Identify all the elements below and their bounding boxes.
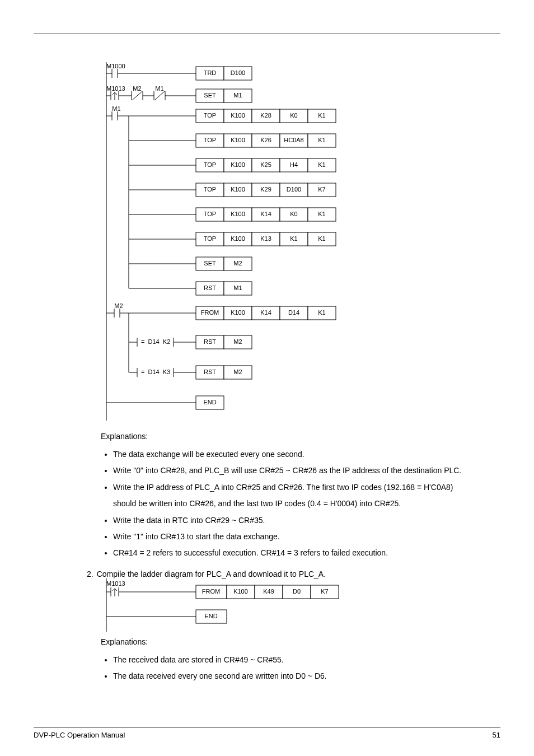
svg-text:END: END: [203, 399, 216, 405]
svg-text:SET: SET: [204, 260, 216, 267]
svg-text:TOP: TOP: [204, 235, 216, 242]
svg-text:RST: RST: [204, 284, 216, 291]
step-2: 2. Compile the ladder diagram for PLC_A …: [87, 570, 467, 578]
bullet-item: The data received every one second are w…: [113, 668, 467, 684]
svg-text:END: END: [204, 613, 217, 619]
svg-text:K1: K1: [318, 137, 325, 143]
svg-text:K49: K49: [263, 588, 274, 595]
svg-text:M1: M1: [233, 92, 242, 99]
svg-text:M1: M1: [155, 85, 163, 92]
svg-text:TOP: TOP: [204, 112, 216, 119]
ladder-diagram-1: M1000 TRD D100 M1013 M2 M1: [101, 62, 500, 421]
svg-text:TOP: TOP: [204, 211, 216, 217]
ladder-row-1: TOP K100 K26 HC0A8 K1: [129, 134, 336, 147]
svg-text:K0: K0: [290, 211, 297, 217]
top-divider: [34, 34, 500, 34]
svg-text:K0: K0: [290, 112, 297, 119]
svg-text:K13: K13: [260, 235, 271, 242]
svg-text:RST: RST: [204, 338, 216, 345]
svg-text:SET: SET: [204, 92, 216, 99]
svg-text:M2: M2: [133, 85, 141, 92]
svg-text:D100: D100: [231, 69, 245, 76]
ladder-row-0: TOP K100 K28 K0 K1: [196, 109, 336, 123]
explanations-2: Explanations: The received data are stor…: [101, 637, 467, 685]
ladder-diagram-2: M1013 FROM K100 K49 D0 K7 END: [101, 578, 500, 632]
svg-text:K100: K100: [233, 588, 248, 595]
ladder-row-2: TOP K100 K25 H4 K1: [129, 158, 336, 172]
svg-text:K28: K28: [260, 112, 271, 119]
page-footer: DVP-PLC Operation Manual 51: [34, 727, 500, 739]
explanations-1: Explanations: The data exchange will be …: [101, 432, 467, 562]
svg-text:K100: K100: [231, 186, 245, 193]
svg-text:M2: M2: [233, 368, 242, 375]
bullet-item: Write the data in RTC into CR#29 ~ CR#35…: [113, 512, 467, 529]
ladder-row-5: TOP K100 K13 K1 K1: [129, 232, 336, 246]
svg-text:TOP: TOP: [204, 186, 216, 193]
svg-text:M1013: M1013: [106, 580, 125, 587]
svg-text:K7: K7: [318, 186, 325, 193]
svg-text:K100: K100: [231, 235, 245, 242]
svg-text:D100: D100: [287, 186, 301, 193]
svg-text:M1: M1: [233, 284, 242, 291]
svg-line-15: [115, 92, 117, 95]
svg-text:=  D14  K3: = D14 K3: [141, 368, 170, 375]
svg-line-25: [154, 91, 165, 100]
ladder-row-6: SET M2: [129, 257, 252, 270]
svg-text:M2: M2: [233, 338, 242, 345]
step-number: 2.: [87, 570, 93, 578]
svg-text:FROM: FROM: [201, 309, 219, 316]
bullet-item: Write "1" into CR#13 to start the data e…: [113, 529, 467, 545]
svg-line-14: [113, 92, 115, 95]
svg-text:K14: K14: [260, 309, 271, 316]
svg-text:K100: K100: [231, 137, 245, 143]
explanations-heading: Explanations:: [101, 432, 467, 441]
svg-text:HC0A8: HC0A8: [284, 137, 303, 143]
svg-text:K1: K1: [290, 235, 297, 242]
ladder-row-7: RST M1: [129, 282, 252, 295]
svg-text:TRD: TRD: [204, 69, 217, 76]
svg-text:M1013: M1013: [106, 85, 125, 92]
svg-text:K29: K29: [260, 186, 271, 193]
svg-line-155: [113, 589, 115, 591]
bullet-item: The received data are stored in CR#49 ~ …: [113, 652, 467, 668]
svg-text:M1: M1: [112, 105, 120, 112]
svg-text:K100: K100: [231, 161, 245, 168]
svg-text:K1: K1: [318, 211, 325, 217]
svg-text:K1: K1: [318, 161, 325, 168]
svg-text:M2: M2: [114, 302, 123, 309]
svg-text:RST: RST: [204, 368, 216, 375]
svg-text:K1: K1: [318, 235, 325, 242]
svg-text:H4: H4: [290, 161, 298, 168]
svg-text:K1: K1: [318, 112, 325, 119]
svg-text:TOP: TOP: [204, 161, 216, 168]
svg-text:=  D14  K2: = D14 K2: [141, 338, 170, 345]
step-text: Compile the ladder diagram for PLC_A and…: [97, 570, 467, 578]
explanations-heading: Explanations:: [101, 637, 467, 646]
contact-label: M1000: [106, 63, 125, 69]
svg-text:FROM: FROM: [202, 588, 220, 595]
ladder-row-4: TOP K100 K14 K0 K1: [129, 208, 336, 221]
svg-text:K100: K100: [231, 309, 245, 316]
svg-text:D14: D14: [288, 309, 299, 316]
svg-text:K100: K100: [231, 112, 245, 119]
svg-text:K1: K1: [318, 309, 325, 316]
bullet-item: Write the IP address of PLC_A into CR#25…: [113, 479, 467, 512]
page: M1000 TRD D100 M1013 M2 M1: [0, 0, 534, 756]
footer-left: DVP-PLC Operation Manual: [34, 731, 125, 739]
bullet-item: Write "0" into CR#28, and PLC_B will use…: [113, 463, 467, 479]
svg-text:K7: K7: [321, 588, 328, 595]
svg-text:TOP: TOP: [204, 137, 216, 143]
svg-text:M2: M2: [233, 260, 242, 267]
page-number: 51: [493, 731, 500, 739]
svg-line-156: [115, 589, 117, 591]
svg-text:K26: K26: [260, 137, 271, 143]
svg-text:K14: K14: [260, 211, 271, 217]
ladder-row-3: TOP K100 K29 D100 K7: [129, 183, 336, 197]
svg-text:K100: K100: [231, 211, 245, 217]
svg-text:D0: D0: [293, 588, 301, 595]
svg-text:K25: K25: [260, 161, 271, 168]
bullet-item: CR#14 = 2 refers to successful execution…: [113, 545, 467, 561]
bullet-item: The data exchange will be executed every…: [113, 446, 467, 463]
svg-line-20: [132, 91, 142, 100]
